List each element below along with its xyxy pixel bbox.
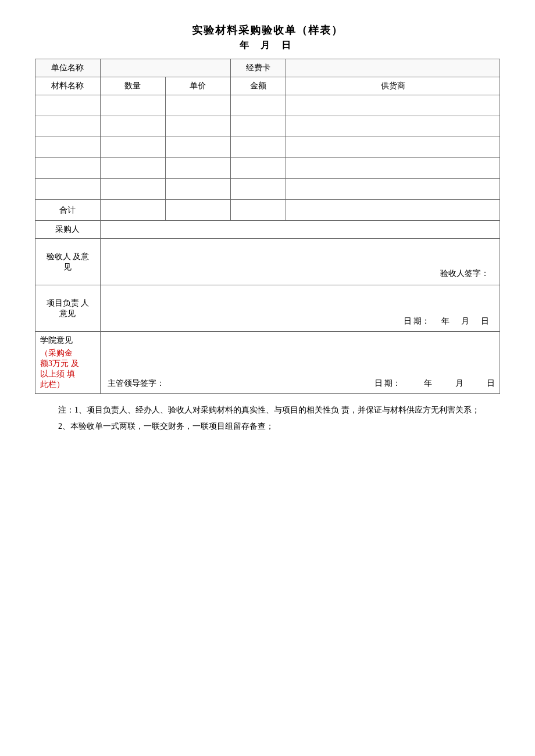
col-quantity: 数量 — [100, 77, 165, 95]
purchaser-label: 采购人 — [35, 221, 101, 239]
project-content: 日 期： 年 月 日 — [100, 285, 500, 332]
notes-section: 注：1、项目负责人、经办人、验收人对采购材料的真实性、与项目的相关性负 责，并保… — [35, 402, 500, 435]
expense-card-value — [286, 59, 500, 77]
day-label: 日 — [481, 316, 489, 327]
expense-card-label: 经费卡 — [230, 59, 286, 77]
day-label2: 日 — [487, 378, 495, 389]
table-row — [35, 116, 500, 137]
project-row: 项目负责 人 意见 日 期： 年 月 日 — [35, 285, 500, 332]
college-label: 学院意见 — [40, 335, 95, 346]
date-label2: 日 期： — [374, 378, 401, 389]
date-label: 日 期： — [404, 316, 430, 327]
year-label: 年 — [441, 316, 450, 327]
college-red-label: （采购金 额3万元 及 以上须 填 此栏） — [40, 348, 95, 390]
unit-label: 单位名称 — [35, 59, 101, 77]
total-row: 合计 — [35, 200, 500, 221]
page-title: 实验材料采购验收单（样表） — [35, 23, 500, 37]
year-label2: 年 — [424, 378, 432, 389]
inspector-content: 验收人签字： — [100, 239, 500, 285]
purchaser-value — [100, 221, 500, 239]
purchaser-row: 采购人 — [35, 221, 500, 239]
table-row — [35, 179, 500, 200]
inspector-row: 验收人 及意 见 验收人签字： — [35, 239, 500, 285]
table-row — [35, 158, 500, 179]
project-label: 项目负责 人 意见 — [35, 285, 101, 332]
unit-value — [100, 59, 230, 77]
month-label: 月 — [461, 316, 469, 327]
college-row: 学院意见 （采购金 额3万元 及 以上须 填 此栏） 主管领导签字： 日 期： … — [35, 332, 500, 394]
note-2: 2、本验收单一式两联，一联交财务，一联项目组留存备查； — [58, 418, 500, 435]
note-1: 注：1、项目负责人、经办人、验收人对采购材料的真实性、与项目的相关性负 责，并保… — [58, 402, 500, 418]
inspector-sign-label: 验收人签字： — [440, 268, 489, 279]
inspector-label: 验收人 及意 见 — [35, 239, 101, 285]
col-supplier: 供货商 — [286, 77, 500, 95]
table-row — [35, 137, 500, 158]
page-date: 年 月 日 — [35, 40, 500, 52]
unit-row: 单位名称 经费卡 — [35, 59, 500, 77]
college-content: 主管领导签字： 日 期： 年 月 日 — [100, 332, 500, 394]
table-row — [35, 95, 500, 116]
main-table: 单位名称 经费卡 材料名称 数量 单价 金额 供货商 — [35, 59, 500, 394]
month-label2: 月 — [455, 378, 463, 389]
college-label-cell: 学院意见 （采购金 额3万元 及 以上须 填 此栏） — [35, 332, 101, 394]
col-material: 材料名称 — [35, 77, 101, 95]
column-header-row: 材料名称 数量 单价 金额 供货商 — [35, 77, 500, 95]
manager-sign-label: 主管领导签字： — [108, 378, 165, 389]
col-amount: 金额 — [230, 77, 286, 95]
total-label: 合计 — [35, 200, 101, 221]
col-unit-price: 单价 — [165, 77, 230, 95]
